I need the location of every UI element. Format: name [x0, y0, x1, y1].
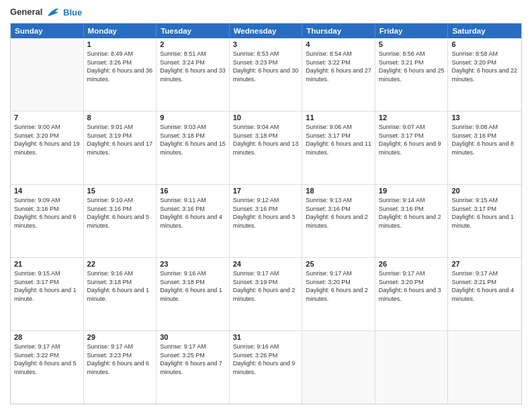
cell-info: Sunrise: 9:12 AMSunset: 3:16 PMDaylight:… [233, 196, 299, 230]
day-number: 12 [379, 113, 445, 122]
cell-info: Sunrise: 8:49 AMSunset: 3:26 PMDaylight:… [87, 50, 153, 83]
day-number: 2 [160, 40, 226, 48]
cell-info: Sunrise: 9:03 AMSunset: 3:18 PMDaylight:… [160, 123, 226, 156]
calendar-cell [448, 331, 521, 404]
day-number: 10 [233, 113, 299, 122]
day-number: 11 [306, 113, 371, 122]
cell-info: Sunrise: 9:17 AMSunset: 3:22 PMDaylight:… [14, 342, 80, 376]
day-number: 26 [379, 260, 445, 268]
cell-info: Sunrise: 9:10 AMSunset: 3:16 PMDaylight:… [87, 196, 153, 230]
day-number: 23 [160, 260, 226, 268]
calendar-cell: 12 Sunrise: 9:07 AMSunset: 3:17 PMDaylig… [375, 111, 449, 184]
day-number: 27 [451, 260, 518, 268]
cell-info: Sunrise: 9:17 AMSunset: 3:21 PMDaylight:… [451, 269, 518, 303]
cell-info: Sunrise: 9:16 AMSunset: 3:26 PMDaylight:… [233, 342, 299, 376]
cell-info: Sunrise: 9:07 AMSunset: 3:17 PMDaylight:… [379, 123, 445, 156]
cell-info: Sunrise: 9:16 AMSunset: 3:18 PMDaylight:… [87, 269, 153, 303]
header-cell-friday: Friday [375, 24, 449, 38]
day-number: 6 [451, 40, 518, 48]
cell-info: Sunrise: 9:13 AMSunset: 3:16 PMDaylight:… [306, 196, 371, 230]
logo: General Blue [10, 7, 82, 19]
logo-text-line2: Blue [63, 7, 82, 17]
calendar-cell: 27 Sunrise: 9:17 AMSunset: 3:21 PMDaylig… [448, 258, 521, 330]
cell-info: Sunrise: 9:09 AMSunset: 3:16 PMDaylight:… [14, 196, 80, 230]
day-number: 4 [306, 40, 371, 48]
day-number: 9 [160, 113, 226, 122]
calendar-cell: 23 Sunrise: 9:16 AMSunset: 3:18 PMDaylig… [157, 258, 230, 330]
calendar-cell [375, 331, 449, 404]
day-number: 19 [379, 187, 445, 195]
day-number: 7 [14, 113, 80, 122]
calendar-cell: 29 Sunrise: 9:17 AMSunset: 3:23 PMDaylig… [84, 331, 157, 404]
cell-info: Sunrise: 8:56 AMSunset: 3:21 PMDaylight:… [379, 50, 445, 83]
calendar-cell: 22 Sunrise: 9:16 AMSunset: 3:18 PMDaylig… [84, 258, 157, 330]
cell-info: Sunrise: 9:08 AMSunset: 3:16 PMDaylight:… [451, 123, 518, 156]
calendar-cell: 6 Sunrise: 8:58 AMSunset: 3:20 PMDayligh… [448, 38, 521, 111]
calendar-cell: 24 Sunrise: 9:17 AMSunset: 3:19 PMDaylig… [230, 258, 303, 330]
cell-info: Sunrise: 9:06 AMSunset: 3:17 PMDaylight:… [306, 123, 371, 156]
cell-info: Sunrise: 9:17 AMSunset: 3:20 PMDaylight:… [306, 269, 371, 303]
header-cell-thursday: Thursday [302, 24, 375, 38]
cell-info: Sunrise: 9:15 AMSunset: 3:17 PMDaylight:… [14, 269, 80, 303]
calendar-cell: 5 Sunrise: 8:56 AMSunset: 3:21 PMDayligh… [375, 38, 449, 111]
header-cell-wednesday: Wednesday [230, 24, 303, 38]
calendar-cell: 17 Sunrise: 9:12 AMSunset: 3:16 PMDaylig… [230, 185, 303, 257]
day-number: 30 [160, 333, 226, 341]
cell-info: Sunrise: 8:53 AMSunset: 3:23 PMDaylight:… [233, 50, 299, 83]
calendar-header: SundayMondayTuesdayWednesdayThursdayFrid… [11, 24, 521, 38]
cell-info: Sunrise: 9:17 AMSunset: 3:19 PMDaylight:… [233, 269, 299, 303]
calendar-cell: 14 Sunrise: 9:09 AMSunset: 3:16 PMDaylig… [11, 185, 84, 257]
cell-info: Sunrise: 8:58 AMSunset: 3:20 PMDaylight:… [451, 50, 518, 83]
calendar-cell: 9 Sunrise: 9:03 AMSunset: 3:18 PMDayligh… [157, 111, 230, 184]
day-number: 25 [306, 260, 371, 268]
day-number: 5 [379, 40, 445, 48]
calendar-cell: 21 Sunrise: 9:15 AMSunset: 3:17 PMDaylig… [11, 258, 84, 330]
header-cell-saturday: Saturday [448, 24, 521, 38]
cell-info: Sunrise: 9:14 AMSunset: 3:16 PMDaylight:… [379, 196, 445, 230]
header-cell-sunday: Sunday [11, 24, 84, 38]
calendar-week-3: 14 Sunrise: 9:09 AMSunset: 3:16 PMDaylig… [11, 185, 521, 258]
calendar-cell: 3 Sunrise: 8:53 AMSunset: 3:23 PMDayligh… [230, 38, 303, 111]
calendar-week-2: 7 Sunrise: 9:00 AMSunset: 3:20 PMDayligh… [11, 111, 521, 185]
calendar-cell: 30 Sunrise: 9:17 AMSunset: 3:25 PMDaylig… [157, 331, 230, 404]
header-cell-monday: Monday [84, 24, 157, 38]
calendar-cell: 4 Sunrise: 8:54 AMSunset: 3:22 PMDayligh… [302, 38, 375, 111]
day-number: 31 [233, 333, 299, 341]
cell-info: Sunrise: 9:00 AMSunset: 3:20 PMDaylight:… [14, 123, 80, 156]
cell-info: Sunrise: 9:17 AMSunset: 3:25 PMDaylight:… [160, 342, 226, 376]
calendar-cell: 19 Sunrise: 9:14 AMSunset: 3:16 PMDaylig… [375, 185, 449, 257]
calendar-cell: 26 Sunrise: 9:17 AMSunset: 3:20 PMDaylig… [375, 258, 449, 330]
day-number: 13 [451, 113, 518, 122]
day-number: 14 [14, 187, 80, 195]
day-number: 1 [87, 40, 153, 48]
cell-info: Sunrise: 9:01 AMSunset: 3:19 PMDaylight:… [87, 123, 153, 156]
cell-info: Sunrise: 8:51 AMSunset: 3:24 PMDaylight:… [160, 50, 226, 83]
calendar-cell: 20 Sunrise: 9:15 AMSunset: 3:17 PMDaylig… [448, 185, 521, 257]
cell-info: Sunrise: 9:16 AMSunset: 3:18 PMDaylight:… [160, 269, 226, 303]
logo-bird-icon [46, 7, 61, 19]
cell-info: Sunrise: 9:17 AMSunset: 3:23 PMDaylight:… [87, 342, 153, 376]
calendar-week-5: 28 Sunrise: 9:17 AMSunset: 3:22 PMDaylig… [11, 331, 521, 404]
calendar-cell: 1 Sunrise: 8:49 AMSunset: 3:26 PMDayligh… [84, 38, 157, 111]
calendar-cell: 15 Sunrise: 9:10 AMSunset: 3:16 PMDaylig… [84, 185, 157, 257]
calendar-week-1: 1 Sunrise: 8:49 AMSunset: 3:26 PMDayligh… [11, 38, 521, 111]
day-number: 3 [233, 40, 299, 48]
logo-text-line1: General [10, 7, 42, 17]
calendar-cell [11, 38, 84, 111]
cell-info: Sunrise: 9:04 AMSunset: 3:18 PMDaylight:… [233, 123, 299, 156]
day-number: 21 [14, 260, 80, 268]
day-number: 24 [233, 260, 299, 268]
calendar-cell: 11 Sunrise: 9:06 AMSunset: 3:17 PMDaylig… [302, 111, 375, 184]
calendar-cell: 18 Sunrise: 9:13 AMSunset: 3:16 PMDaylig… [302, 185, 375, 257]
day-number: 8 [87, 113, 153, 122]
day-number: 22 [87, 260, 153, 268]
calendar-cell: 16 Sunrise: 9:11 AMSunset: 3:16 PMDaylig… [157, 185, 230, 257]
calendar-cell: 8 Sunrise: 9:01 AMSunset: 3:19 PMDayligh… [84, 111, 157, 184]
page-header: General Blue [10, 7, 522, 19]
calendar-cell: 2 Sunrise: 8:51 AMSunset: 3:24 PMDayligh… [157, 38, 230, 111]
day-number: 20 [451, 187, 518, 195]
day-number: 28 [14, 333, 80, 341]
header-cell-tuesday: Tuesday [157, 24, 230, 38]
calendar-week-4: 21 Sunrise: 9:15 AMSunset: 3:17 PMDaylig… [11, 258, 521, 331]
calendar-cell: 13 Sunrise: 9:08 AMSunset: 3:16 PMDaylig… [448, 111, 521, 184]
